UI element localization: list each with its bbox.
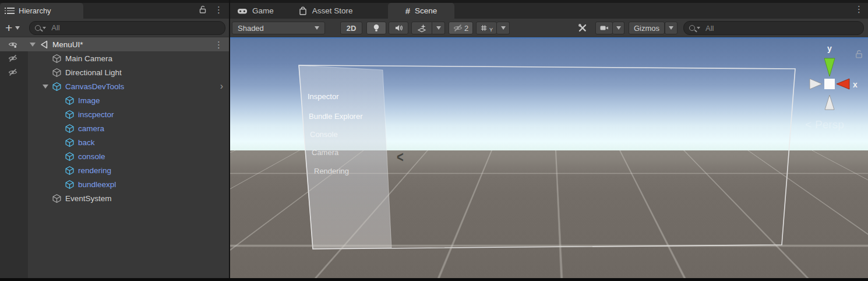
tree-row-console[interactable]: console xyxy=(0,149,229,163)
gizmos-button[interactable]: Gizmos xyxy=(629,22,665,34)
axis-neg-y-cone[interactable] xyxy=(825,95,834,110)
menu-item-console[interactable]: Console xyxy=(310,130,338,139)
axis-y-cone[interactable] xyxy=(824,58,835,76)
tree-row-canvasdevtools[interactable]: CanvasDevTools › xyxy=(0,79,229,93)
persp-text: Persp xyxy=(815,118,844,131)
menu-item-rendering[interactable]: Rendering xyxy=(314,167,349,175)
search-filter-caret-icon[interactable] xyxy=(697,27,700,29)
scene-header-row[interactable]: MenuUI* ⋮ xyxy=(0,37,229,51)
gizmos-dropdown[interactable] xyxy=(665,22,678,34)
axis-x-cone[interactable] xyxy=(837,79,849,89)
camera-dropdown[interactable] xyxy=(613,22,624,34)
scene-visibility-eye-icon[interactable] xyxy=(6,40,20,49)
scene-kebab-icon[interactable]: ⋮ xyxy=(214,40,223,49)
tree-row-directional-light[interactable]: Directional Light xyxy=(0,65,229,79)
effects-dropdown[interactable] xyxy=(432,22,445,34)
tree-row-main-camera[interactable]: Main Camera xyxy=(0,51,229,65)
prefab-open-chevron-icon[interactable]: › xyxy=(220,81,223,92)
cube-icon xyxy=(52,54,62,64)
tree-row-camera[interactable]: camera xyxy=(0,121,229,135)
tree-row-inscpector[interactable]: inscpector xyxy=(0,107,229,121)
gizmo-center-cube[interactable] xyxy=(824,79,835,89)
hierarchy-tree: MenuUI* ⋮ Main Camera Directional Light … xyxy=(0,37,229,278)
tree-row-back[interactable]: back xyxy=(0,135,229,149)
grid-dropdown[interactable] xyxy=(497,22,510,34)
scene-effects-button[interactable] xyxy=(411,22,432,34)
create-button[interactable]: + xyxy=(5,22,12,34)
prefab-cube-icon xyxy=(65,110,75,120)
projection-label[interactable]: < Persp xyxy=(805,118,844,131)
gizmos-label: Gizmos xyxy=(634,24,659,33)
create-dropdown-icon[interactable] xyxy=(15,26,20,30)
cube-icon xyxy=(52,194,62,203)
search-icon xyxy=(689,25,695,31)
tab-game[interactable]: Game xyxy=(231,3,280,19)
menu-collapse-arrow[interactable]: < xyxy=(397,149,404,166)
tree-row-image[interactable]: Image xyxy=(0,93,229,107)
canvas-overlay xyxy=(230,38,868,278)
eye-off-icon[interactable] xyxy=(6,68,20,77)
grid-group: Y xyxy=(476,22,510,34)
menu-item-inspector[interactable]: Inspector xyxy=(308,92,338,101)
tree-row-rendering[interactable]: rendering xyxy=(0,163,229,177)
scene-panel: Game Asset Store # Scene ⋮ Shaded 2D xyxy=(230,0,868,281)
hierarchy-tab-label: Hierarchy xyxy=(19,6,51,15)
scene-camera-button[interactable] xyxy=(595,22,613,34)
eye-off-icon[interactable] xyxy=(6,54,20,63)
hierarchy-search-input[interactable] xyxy=(50,23,220,33)
prefab-cube-icon xyxy=(65,138,75,147)
shading-mode-dropdown[interactable]: Shaded xyxy=(232,22,325,34)
toggle-2d-button[interactable]: 2D xyxy=(340,22,362,34)
tree-row-eventsystem[interactable]: EventSystem xyxy=(0,191,229,205)
prefab-cube-icon xyxy=(65,124,75,134)
item-label: console xyxy=(78,152,105,161)
tab-asset-store-label: Asset Store xyxy=(312,6,353,15)
scene-audio-button[interactable] xyxy=(389,22,408,34)
scene-lighting-button[interactable] xyxy=(366,22,386,34)
foldout-triangle-icon[interactable] xyxy=(30,43,36,47)
persp-arrow-icon: < xyxy=(805,118,811,131)
scene-search-input[interactable] xyxy=(704,23,858,33)
gizmos-group: Gizmos xyxy=(629,22,678,34)
item-label: bundleexpl xyxy=(78,180,116,189)
window-bottom-edge xyxy=(0,278,868,281)
hierarchy-search-box[interactable] xyxy=(29,21,225,35)
hidden-objects-button[interactable]: 2 xyxy=(449,22,473,34)
kebab-menu-icon[interactable]: ⋮ xyxy=(214,5,223,14)
hidden-count: 2 xyxy=(464,24,468,33)
tab-game-label: Game xyxy=(252,6,274,15)
gamepad-icon xyxy=(237,8,248,15)
gizmo-lock-icon[interactable] xyxy=(854,49,864,59)
tab-asset-store[interactable]: Asset Store xyxy=(292,3,359,19)
scene-viewport[interactable]: Inspector Bundle Explorer Console Camera… xyxy=(230,38,868,278)
grid-visibility-button[interactable]: Y xyxy=(476,22,497,34)
search-filter-caret-icon[interactable] xyxy=(43,27,46,29)
tab-scene[interactable]: # Scene xyxy=(388,3,454,19)
hierarchy-list-icon xyxy=(7,8,15,13)
unity-editor-window: Hierarchy ⋮ + MenuUI* ⋮ xyxy=(0,0,868,281)
prefab-cube-icon xyxy=(65,152,75,161)
tab-hierarchy[interactable]: Hierarchy xyxy=(0,3,83,19)
lock-icon[interactable] xyxy=(198,5,207,14)
axis-neg-x-cone[interactable] xyxy=(810,79,822,89)
chevron-down-icon xyxy=(669,26,673,30)
menu-item-camera[interactable]: Camera xyxy=(312,148,338,157)
scene-tabbar: Game Asset Store # Scene ⋮ xyxy=(230,0,868,19)
item-label: EventSystem xyxy=(65,194,112,203)
scene-search-box[interactable] xyxy=(683,21,864,35)
tree-row-bundleexpl[interactable]: bundleexpl xyxy=(0,177,229,191)
focused-panel-indicator xyxy=(230,37,868,38)
prefab-cube-icon xyxy=(65,180,75,189)
speaker-icon xyxy=(394,23,403,33)
prefab-cube-icon xyxy=(65,166,75,175)
component-tools-button[interactable] xyxy=(574,22,591,34)
chevron-down-icon xyxy=(501,26,506,30)
videocam-icon xyxy=(599,23,609,33)
menu-item-bundle-explorer[interactable]: Bundle Explorer xyxy=(309,112,363,121)
foldout-triangle-icon[interactable] xyxy=(43,85,48,89)
prefab-cube-icon xyxy=(65,96,75,106)
effects-group xyxy=(411,22,445,34)
item-label: inscpector xyxy=(78,110,114,119)
hierarchy-panel: Hierarchy ⋮ + MenuUI* ⋮ xyxy=(0,0,229,281)
kebab-menu-icon[interactable]: ⋮ xyxy=(855,5,863,13)
